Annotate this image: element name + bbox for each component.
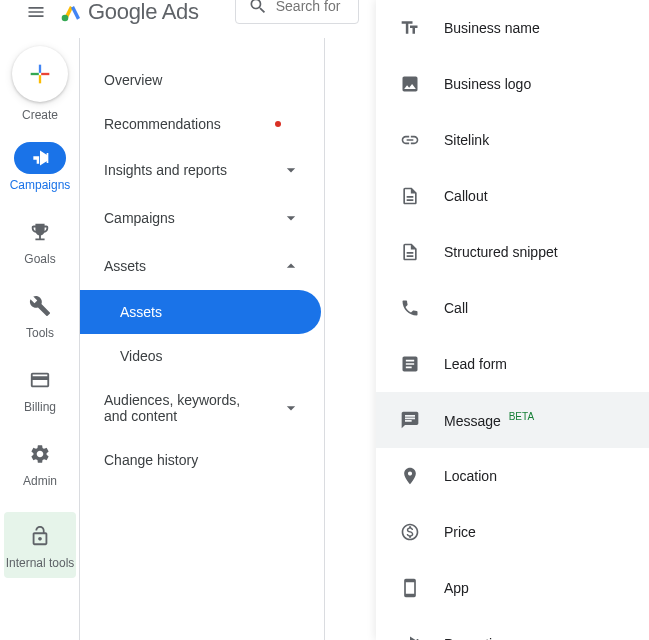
- beta-badge: BETA: [509, 411, 534, 422]
- card-icon: [29, 369, 51, 391]
- document-icon: [400, 186, 420, 206]
- phone-icon: [400, 298, 420, 318]
- create-label: Create: [22, 108, 58, 122]
- search-input[interactable]: [276, 0, 346, 14]
- google-ads-logo-icon: [60, 0, 84, 24]
- nav-audiences[interactable]: Audiences, keywords, and content: [80, 378, 325, 438]
- svg-point-0: [62, 15, 69, 22]
- nav-sub-label: Assets: [120, 304, 162, 320]
- menu-item-app[interactable]: App: [376, 560, 649, 616]
- price-icon: [400, 522, 420, 542]
- location-icon: [400, 466, 420, 486]
- rail-item-admin[interactable]: Admin: [4, 438, 76, 488]
- menu-item-label: Promotion: [444, 636, 508, 640]
- menu-item-label: Callout: [444, 188, 488, 204]
- chevron-down-icon: [281, 398, 301, 418]
- form-icon: [400, 354, 420, 374]
- menu-item-lead-form[interactable]: Lead form: [376, 336, 649, 392]
- nav-sub-label: Videos: [120, 348, 163, 364]
- hamburger-icon: [26, 2, 46, 22]
- message-icon: [400, 410, 420, 430]
- chevron-down-icon: [281, 208, 301, 228]
- rail-item-goals[interactable]: Goals: [4, 216, 76, 266]
- menu-item-structured-snippet[interactable]: Structured snippet: [376, 224, 649, 280]
- nav-label: Insights and reports: [104, 162, 227, 178]
- lock-open-icon: [29, 525, 51, 547]
- rail-item-label: Goals: [24, 252, 55, 266]
- rail-item-billing[interactable]: Billing: [4, 364, 76, 414]
- menu-item-label: Business logo: [444, 76, 531, 92]
- logo-text: Google Ads: [88, 0, 199, 25]
- rail-item-label: Campaigns: [10, 178, 71, 192]
- nav-sub-videos[interactable]: Videos: [80, 334, 325, 378]
- rail-item-label: Billing: [24, 400, 56, 414]
- menu-item-business-logo[interactable]: Business logo: [376, 56, 649, 112]
- menu-item-label: Message BETA: [444, 411, 534, 429]
- nav-panel: Overview Recommendations Insights and re…: [80, 38, 325, 640]
- menu-item-label: App: [444, 580, 469, 596]
- nav-label: Recommendations: [104, 116, 221, 132]
- image-icon: [400, 74, 420, 94]
- phone-device-icon: [400, 578, 420, 598]
- rail-item-label: Internal tools: [6, 556, 75, 570]
- asset-type-menu: Business name Business logo Sitelink Cal…: [376, 0, 649, 640]
- menu-item-business-name[interactable]: Business name: [376, 0, 649, 56]
- menu-item-message[interactable]: Message BETA: [376, 392, 649, 448]
- menu-item-label: Price: [444, 524, 476, 540]
- rail-item-label: Tools: [26, 326, 54, 340]
- nav-label: Audiences, keywords, and content: [104, 392, 264, 424]
- menu-item-location[interactable]: Location: [376, 448, 649, 504]
- nav-sub-assets[interactable]: Assets: [80, 290, 321, 334]
- nav-assets[interactable]: Assets: [80, 242, 325, 290]
- menu-item-callout[interactable]: Callout: [376, 168, 649, 224]
- tools-icon: [29, 295, 51, 317]
- menu-item-label: Structured snippet: [444, 244, 558, 260]
- plus-icon: [26, 60, 54, 88]
- nav-campaigns[interactable]: Campaigns: [80, 194, 325, 242]
- chevron-up-icon: [281, 256, 301, 276]
- menu-item-label: Sitelink: [444, 132, 489, 148]
- rail-item-tools[interactable]: Tools: [4, 290, 76, 340]
- menu-button[interactable]: [24, 0, 48, 24]
- gear-icon: [29, 443, 51, 465]
- nav-insights[interactable]: Insights and reports: [80, 146, 325, 194]
- nav-change-history[interactable]: Change history: [80, 438, 325, 482]
- rail-item-internal-tools[interactable]: Internal tools: [4, 512, 76, 578]
- menu-item-label: Lead form: [444, 356, 507, 372]
- rail-item-campaigns[interactable]: Campaigns: [4, 142, 76, 192]
- megaphone-icon: [30, 148, 50, 168]
- nav-label: Overview: [104, 72, 162, 88]
- nav-overview[interactable]: Overview: [80, 58, 325, 102]
- link-icon: [400, 130, 420, 150]
- alert-dot-icon: [275, 121, 281, 127]
- menu-item-price[interactable]: Price: [376, 504, 649, 560]
- menu-item-label: Business name: [444, 20, 540, 36]
- chevron-down-icon: [281, 160, 301, 180]
- search-icon: [248, 0, 268, 16]
- nav-label: Campaigns: [104, 210, 175, 226]
- menu-item-label: Call: [444, 300, 468, 316]
- menu-item-sitelink[interactable]: Sitelink: [376, 112, 649, 168]
- logo[interactable]: Google Ads: [60, 0, 199, 25]
- search-box[interactable]: [235, 0, 359, 24]
- document-icon: [400, 242, 420, 262]
- nav-label: Assets: [104, 258, 146, 274]
- trophy-icon: [29, 221, 51, 243]
- create-button[interactable]: [12, 46, 68, 102]
- rail-item-label: Admin: [23, 474, 57, 488]
- menu-item-promotion[interactable]: Promotion: [376, 616, 649, 640]
- menu-item-call[interactable]: Call: [376, 280, 649, 336]
- menu-item-label: Location: [444, 468, 497, 484]
- left-rail: Create Campaigns Goals Tools Billing Adm…: [0, 38, 80, 640]
- promotion-icon: [400, 634, 420, 640]
- nav-recommendations[interactable]: Recommendations: [80, 102, 325, 146]
- nav-label: Change history: [104, 452, 198, 468]
- text-icon: [400, 18, 420, 38]
